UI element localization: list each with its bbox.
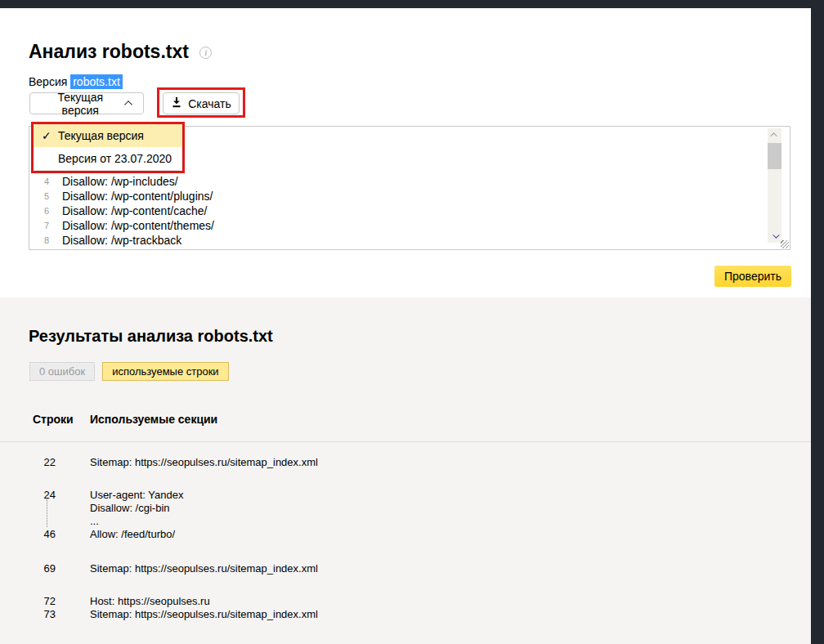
table-entry: 46 Allow: /feed/turbo/ xyxy=(0,528,809,541)
table-entry: ... xyxy=(0,515,809,528)
table-entry: 73 Sitemap: https://seopulses.ru/sitemap… xyxy=(0,608,809,621)
line-number: 5 xyxy=(29,189,49,203)
check-button[interactable]: Проверить xyxy=(714,266,791,287)
scrollbar-up-button[interactable] xyxy=(768,128,781,141)
menu-item-dated-version[interactable]: ✓ Версия от 23.07.2020 xyxy=(34,147,182,170)
line-text: Disallow: /wp-includes/ xyxy=(62,174,178,189)
row-line-number: 69 xyxy=(33,562,56,575)
download-label: Скачать xyxy=(188,97,231,110)
chevron-up-icon xyxy=(125,101,133,109)
row-text: Sitemap: https://seopulses.ru/sitemap_in… xyxy=(90,562,318,575)
table-entry: 22 Sitemap: https://seopulses.ru/sitemap… xyxy=(0,456,809,469)
row-line-number: 72 xyxy=(33,595,56,608)
robots-analysis-section: Анализ robots.txt i Версия robots.txt Те… xyxy=(0,8,824,297)
row-text: Sitemap: https://seopulses.ru/sitemap_in… xyxy=(90,608,318,621)
page-title: Анализ robots.txt i xyxy=(29,41,212,63)
tab-errors[interactable]: 0 ошибок xyxy=(29,362,95,381)
editor-line: 8 Disallow: /wp-trackback xyxy=(29,233,790,248)
window-chrome-top xyxy=(0,0,824,8)
column-header-lines: Строки xyxy=(33,413,74,426)
info-icon[interactable]: i xyxy=(199,47,212,59)
editor-line: 7 Disallow: /wp-content/themes/ xyxy=(29,218,790,233)
row-line-number xyxy=(33,515,56,528)
row-line-number: 73 xyxy=(33,608,56,621)
row-line-number: 46 xyxy=(33,528,56,541)
download-button[interactable]: Скачать xyxy=(163,92,240,114)
line-number: 7 xyxy=(29,218,49,233)
menu-item-label: Текущая версия xyxy=(58,129,144,142)
version-label: Версия xyxy=(29,75,67,88)
chevron-down-icon xyxy=(772,231,779,238)
column-header-sections: Используемые секции xyxy=(90,413,217,426)
check-icon: ✓ xyxy=(42,129,58,142)
row-text: Disallow: /cgi-bin xyxy=(90,502,170,515)
results-title: Результаты анализа robots.txt xyxy=(29,327,273,346)
table-entry: 72 Host: https://seopulses.ru xyxy=(0,595,809,608)
table-row: 24 User-agent: Yandex Disallow: /cgi-bin… xyxy=(0,489,809,541)
version-dropdown-menu: ✓ Текущая версия ✓ Версия от 23.07.2020 xyxy=(34,124,182,170)
editor-scrollbar[interactable] xyxy=(768,128,781,243)
table-entry: 69 Sitemap: https://seopulses.ru/sitemap… xyxy=(0,562,809,575)
line-number: 4 xyxy=(29,174,49,189)
menu-item-current-version[interactable]: ✓ Текущая версия xyxy=(34,124,182,147)
scrollbar-down-button[interactable] xyxy=(768,230,781,243)
download-icon xyxy=(171,96,182,110)
page-title-text: Анализ robots.txt xyxy=(29,41,189,62)
line-text: Disallow: /wp-content/cache/ xyxy=(62,203,207,218)
menu-item-label: Версия от 23.07.2020 xyxy=(58,152,172,165)
table-row: 69 Sitemap: https://seopulses.ru/sitemap… xyxy=(0,562,809,575)
table-entry: 24 User-agent: Yandex xyxy=(0,489,809,502)
row-text: User-agent: Yandex xyxy=(90,489,183,502)
version-label-line: Версия robots.txt xyxy=(29,75,123,88)
table-row: 72 Host: https://seopulses.ru 73 Sitemap… xyxy=(0,595,809,621)
line-number: 6 xyxy=(29,203,49,218)
row-text: Sitemap: https://seopulses.ru/sitemap_in… xyxy=(90,456,318,469)
chevron-up-icon xyxy=(770,132,777,139)
row-text: Allow: /feed/turbo/ xyxy=(90,528,175,541)
scrollbar-thumb[interactable] xyxy=(768,143,781,169)
row-line-number: 24 xyxy=(33,489,56,502)
version-select-button[interactable]: Текущая версия xyxy=(29,92,144,114)
table-entry: Disallow: /cgi-bin xyxy=(0,502,809,515)
version-filename-selected: robots.txt xyxy=(70,74,123,89)
window-chrome-right xyxy=(811,0,824,644)
version-select-label: Текущая версия xyxy=(41,91,119,117)
table-body: 22 Sitemap: https://seopulses.ru/sitemap… xyxy=(0,442,809,621)
results-tabs: 0 ошибок используемые строки xyxy=(29,362,229,381)
editor-line: 4 Disallow: /wp-includes/ xyxy=(29,174,790,189)
resize-grip[interactable] xyxy=(781,240,789,248)
table-row: 22 Sitemap: https://seopulses.ru/sitemap… xyxy=(0,456,809,469)
row-line-number xyxy=(33,502,56,515)
line-text: Disallow: /wp-trackback xyxy=(62,233,181,248)
row-text: Host: https://seopulses.ru xyxy=(90,595,210,608)
row-text: ... xyxy=(90,515,99,528)
editor-line: 5 Disallow: /wp-content/plugins/ xyxy=(29,189,790,203)
line-text: Disallow: /wp-content/plugins/ xyxy=(62,189,213,203)
tab-used-lines[interactable]: используемые строки xyxy=(102,362,229,381)
row-line-number: 22 xyxy=(33,456,56,469)
line-text: Disallow: /wp-content/themes/ xyxy=(62,218,214,233)
editor-line: 6 Disallow: /wp-content/cache/ xyxy=(29,203,790,218)
line-number: 8 xyxy=(29,233,49,248)
line-range-connector xyxy=(47,499,47,527)
